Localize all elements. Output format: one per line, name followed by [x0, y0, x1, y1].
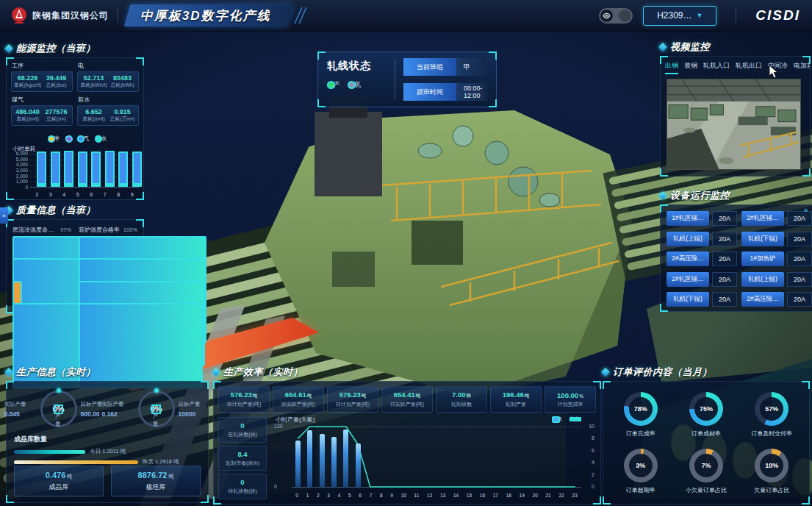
right-tick-label: 10: [589, 424, 594, 429]
equipment-name-chip[interactable]: 1#轧区辅…: [667, 211, 709, 226]
efficiency-stat-card: 654.61吨班实际产量(吨): [273, 386, 324, 413]
donut-ring: 10%: [755, 449, 788, 482]
target-label: 目标产量: [179, 401, 211, 408]
hourly-bar: [307, 430, 312, 487]
camera-feed[interactable]: [667, 79, 801, 170]
equipment-row: 2#轧区辅…20A: [667, 272, 737, 287]
efficiency-stat-card: 196.46吨轧制产量: [490, 386, 542, 413]
bar-煤气: [64, 151, 73, 187]
hourly-bar: [331, 437, 337, 487]
efficiency-panel-title: 生产效率（实时）: [223, 366, 303, 379]
panel-order-evaluation: 订单评价内容（当月） 78%订单完成率75%订单成材率57%订单及时交付率3%订…: [603, 366, 810, 505]
equipment-name-chip[interactable]: 轧机(下辊): [667, 292, 709, 307]
energy-card: 煤气486.040单耗(m³/t)277576总耗(m³): [11, 95, 73, 126]
mini-label: 待轧块数(块): [228, 488, 257, 495]
order-donut: 78%订单完成率: [608, 386, 673, 443]
legend-dot-icon: [48, 135, 55, 143]
divider: [395, 60, 395, 99]
equipment-name-chip[interactable]: 2#高压除…: [741, 292, 784, 307]
mini-label: 在轧块数(块): [228, 431, 257, 438]
quality-bar: [12, 258, 71, 260]
order-donut: 3%订单超期率: [608, 443, 673, 499]
equipment-value: 20A: [787, 272, 812, 287]
equipment-name-chip[interactable]: 2#轧区辅…: [667, 272, 709, 287]
energy-unit-label: 总耗(tce): [42, 82, 71, 89]
equipment-name-chip[interactable]: 1#加热炉: [741, 252, 784, 266]
warehouse-card: 8876.72吨板坯库: [111, 466, 201, 496]
hour-label: 4: [338, 493, 341, 498]
stock-bars: 今日 1.2011 吨昨天 1.2918 吨: [14, 446, 202, 467]
stock-bar: [14, 460, 138, 464]
sidebar-collapse-tab[interactable]: «: [0, 207, 8, 224]
stat-value: 100.00%: [557, 391, 583, 399]
order-donut: 57%订单及时交付率: [739, 386, 805, 443]
equipment-name-chip[interactable]: 轧机(上辊): [741, 272, 784, 287]
warehouse-card: 0.476吨成品库: [14, 466, 104, 496]
production-line-select[interactable]: H2309… ▼: [643, 6, 716, 26]
hour-label: 6: [359, 493, 362, 498]
equipment-name-chip[interactable]: 2#高压除…: [667, 252, 709, 266]
stat-value: 196.46吨: [503, 391, 530, 399]
energy-card-box: 68.226单耗(kgce/t)39.449总耗(tce): [11, 71, 73, 92]
quality-bar-fill: [12, 258, 71, 260]
panel-equipment-monitor: 设备运行监控 1#轧区辅…20A2#轧区辅…20A轧机(上辊)20A轧机(下辊)…: [660, 190, 812, 312]
hour-label: 15: [467, 493, 472, 498]
donut-value: 57%: [765, 405, 778, 413]
quality-bar: [79, 258, 137, 260]
video-tabs: 出钢装钢轧机入口轧机出口中间冷电加热: [665, 61, 810, 74]
video-tab-3[interactable]: 轧机出口: [736, 61, 762, 74]
header-divider: [736, 8, 736, 23]
efficiency-mini-card: 8.4轧制节奏(块/h): [218, 446, 267, 471]
equipment-name-chip[interactable]: 轧机(下辊): [741, 232, 784, 246]
bar-新水: [37, 183, 46, 187]
donut-ring: 3%: [624, 449, 658, 482]
company-logo-icon: [10, 7, 28, 24]
x-tick-label: 8: [117, 192, 120, 197]
quality-items: 层流冷温度命中率97%装炉温度合格率100%性能合格率99%出炉温度合格率100…: [12, 226, 137, 308]
energy-unit-label: 单耗(m³/t): [79, 115, 108, 123]
equipment-value: 20A: [787, 252, 812, 266]
panel-energy-monitor: 能源监控（当班） 工序68.226单耗(kgce/t)39.449总耗(tce)…: [6, 43, 144, 200]
bar-煤气: [105, 151, 115, 187]
equipment-name-chip[interactable]: 2#轧区辅…: [741, 211, 784, 226]
x-tick-label: 3: [49, 192, 52, 197]
video-panel-title: 视频监控: [670, 40, 710, 54]
energy-metric: 486.040单耗(m³/t): [13, 108, 42, 123]
equipment-row: 2#高压除…20A: [741, 292, 812, 307]
quality-bar: [79, 281, 137, 283]
panel-title-icon: [601, 368, 609, 376]
panel-video-monitor: 视频监控 出钢装钢轧机入口轧机出口中间冷电加热: [660, 41, 811, 177]
video-tab-1[interactable]: 装钢: [684, 61, 697, 74]
energy-value: 486.040: [13, 108, 42, 115]
panel-expand-icon[interactable]: »: [801, 203, 811, 216]
bar-新水: [91, 183, 101, 187]
bar-煤气: [91, 152, 101, 187]
stock-bar-text: 昨天 1.2918 吨: [143, 458, 179, 466]
hour-label: 11: [414, 493, 420, 498]
right-axis: 1086420: [584, 427, 594, 488]
gridline: [30, 188, 139, 188]
status-row-value: 甲: [456, 58, 490, 76]
right-tick-label: 4: [592, 460, 594, 465]
x-tick-label: 6: [90, 192, 93, 197]
equipment-row: 轧机(下辊)20A: [741, 232, 812, 246]
title-decor: [298, 7, 303, 24]
efficiency-stat-card: 576.23吨班计划产量(吨): [218, 386, 270, 413]
bar-新水: [51, 183, 60, 187]
line-status-title: 轧线状态: [327, 60, 371, 73]
quality-bar-fill: [12, 236, 71, 238]
bar-legend-icon: [552, 416, 560, 423]
donut-label: 小欠量订单占比: [686, 486, 727, 494]
energy-value: 39.449: [42, 74, 71, 82]
left-tick-label: 120: [274, 424, 283, 429]
video-tab-2[interactable]: 轧机入口: [703, 61, 730, 74]
donut-value: 78%: [634, 405, 647, 413]
visibility-toggle[interactable]: [599, 8, 633, 24]
order-donut: 10%欠量订单占比: [739, 443, 805, 499]
actual-label: 实际产量: [102, 401, 134, 408]
x-tick-label: 7: [104, 192, 107, 197]
video-tab-4[interactable]: 中间冷: [768, 61, 788, 74]
warehouse-label: 成品库: [49, 482, 69, 492]
equipment-name-chip[interactable]: 轧机(上辊): [667, 232, 709, 246]
stat-unit: 吨: [525, 393, 530, 398]
